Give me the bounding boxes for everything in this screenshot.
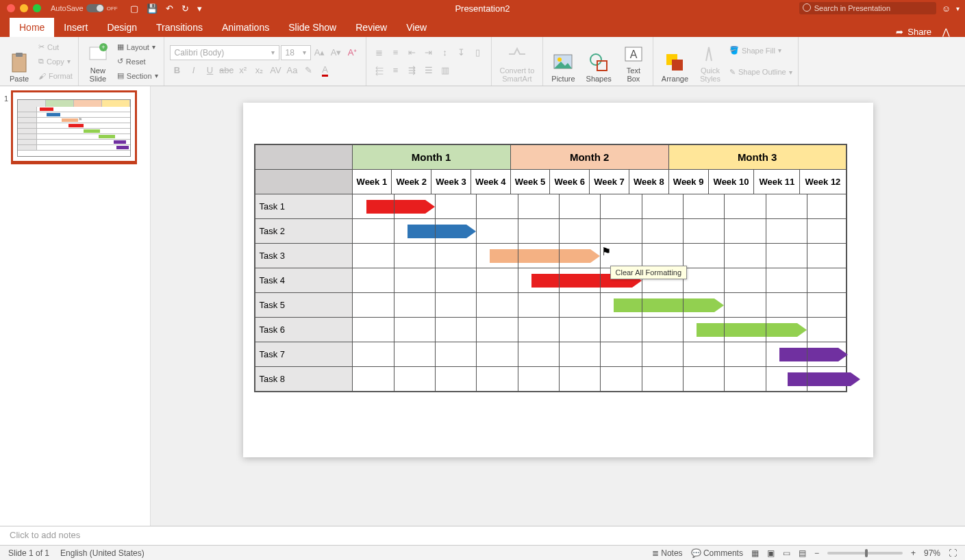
share-button[interactable]: ➦ Share ⋀ — [896, 27, 955, 37]
zoom-in-button[interactable]: + — [911, 548, 916, 558]
slide-canvas-area[interactable]: Month 1 Month 2 Month 3 Week 1 Week 2 We… — [151, 86, 965, 526]
underline-button[interactable]: U — [203, 63, 218, 78]
styles-icon — [699, 43, 721, 65]
picture-button[interactable]: Picture — [549, 40, 577, 83]
gantt-bar[interactable] — [697, 323, 807, 337]
textbox-button[interactable]: A Text Box — [620, 40, 647, 83]
layout-button[interactable]: ▦Layout▾ — [117, 42, 158, 52]
align-text-button[interactable]: ▯ — [471, 45, 486, 60]
zoom-out-button[interactable]: − — [814, 548, 819, 558]
reset-button[interactable]: ↺Reset — [117, 56, 158, 66]
shrink-font-button[interactable]: A▾ — [329, 45, 344, 60]
bullets-button[interactable]: ≣ — [372, 45, 387, 60]
week-header-row: Week 1 Week 2 Week 3 Week 4 Week 5 Week … — [255, 170, 846, 194]
gantt-bar[interactable] — [779, 348, 849, 361]
fit-to-window-icon[interactable]: ⛶ — [949, 548, 957, 558]
subscript-button[interactable]: x₂ — [252, 63, 267, 78]
normal-view-icon[interactable]: ▦ — [751, 548, 759, 558]
group-insert: Picture Shapes A Text Box — [543, 37, 653, 86]
svg-text:A: A — [630, 49, 638, 60]
gantt-row: Task 4 — [255, 268, 846, 293]
text-direction-button[interactable]: ↧ — [454, 45, 469, 60]
copy-button[interactable]: ⧉Copy▾ — [38, 56, 73, 66]
reading-view-icon[interactable]: ▭ — [783, 548, 790, 558]
italic-button[interactable]: I — [186, 63, 201, 78]
align-center-button[interactable]: ≡ — [388, 63, 403, 78]
shape-fill-button[interactable]: 🪣Shape Fill▾ — [729, 45, 792, 55]
mini-gantt-icon: ⚑ — [17, 99, 131, 157]
increase-indent-button[interactable]: ⇥ — [421, 45, 436, 60]
slide[interactable]: Month 1 Month 2 Month 3 Week 1 Week 2 We… — [243, 103, 873, 457]
notes-pane[interactable]: Click to add notes — [0, 526, 965, 545]
arrange-label: Arrange — [662, 75, 688, 83]
quick-styles-label: Quick Styles — [700, 66, 720, 83]
shape-outline-button[interactable]: ✎Shape Outline▾ — [729, 67, 792, 77]
tab-review[interactable]: Review — [346, 18, 397, 37]
sorter-view-icon[interactable]: ▣ — [767, 548, 775, 558]
comments-toggle[interactable]: 💬 Comments — [691, 548, 743, 558]
collapse-ribbon-icon[interactable]: ⋀ — [942, 27, 950, 37]
tab-transitions[interactable]: Transitions — [147, 18, 212, 37]
gantt-row: Task 7 — [255, 342, 846, 367]
tab-insert[interactable]: Insert — [54, 18, 97, 37]
arrange-button[interactable]: Arrange — [659, 40, 691, 83]
zoom-slider[interactable] — [827, 552, 903, 555]
task-name: Task 7 — [255, 342, 352, 367]
gantt-row: Task 8 — [255, 367, 846, 392]
section-button[interactable]: ▤Section▾ — [117, 71, 158, 81]
tab-home[interactable]: Home — [10, 18, 54, 37]
font-name-value: Calibri (Body) — [175, 48, 225, 58]
thumbnail-1[interactable]: 1 ⚑ — [4, 92, 146, 163]
ribbon: Paste ✂Cut ⧉Copy▾ 🖌Format + New Slide ▦L… — [0, 37, 965, 86]
quick-styles-button[interactable]: Quick Styles — [697, 40, 724, 83]
new-slide-label: New Slide — [90, 66, 106, 83]
milestone-flag-icon[interactable]: ⚑ — [601, 246, 611, 257]
slideshow-view-icon[interactable]: ▤ — [799, 548, 806, 558]
new-slide-button[interactable]: + New Slide — [84, 40, 112, 83]
textbox-label: Text Box — [627, 66, 640, 83]
strike-button[interactable]: abc — [219, 63, 234, 78]
tab-view[interactable]: View — [397, 18, 436, 37]
line-spacing-button[interactable]: ↕ — [438, 45, 453, 60]
scissors-icon: ✂ — [38, 42, 45, 51]
layout-label: Layout — [127, 43, 149, 51]
gantt-bar[interactable] — [788, 372, 861, 386]
numbering-button[interactable]: ≡ — [388, 45, 403, 60]
gantt-bar[interactable] — [366, 200, 436, 214]
columns-button[interactable]: ▥ — [438, 63, 453, 78]
bold-button[interactable]: B — [170, 63, 185, 78]
char-spacing-button[interactable]: AV — [268, 63, 284, 78]
convert-smartart-button[interactable]: Convert to SmartArt — [497, 40, 538, 83]
superscript-button[interactable]: x² — [236, 63, 251, 78]
font-size-select[interactable]: 18▾ — [281, 45, 311, 60]
tab-animations[interactable]: Animations — [212, 18, 279, 37]
highlight-button[interactable]: ✎ — [301, 63, 316, 78]
format-painter-button[interactable]: 🖌Format — [38, 71, 73, 81]
slide-thumbnails-panel[interactable]: 1 ⚑ — [0, 86, 151, 526]
align-left-button[interactable]: ⬱ — [372, 63, 387, 78]
cut-button[interactable]: ✂Cut — [38, 42, 73, 52]
zoom-level[interactable]: 97% — [924, 548, 940, 558]
section-label: Section — [127, 72, 152, 80]
justify-button[interactable]: ☰ — [421, 63, 436, 78]
clear-formatting-button[interactable]: Aᐩ — [345, 45, 360, 60]
grow-font-button[interactable]: A▴ — [312, 45, 327, 60]
shapes-button[interactable]: Shapes — [584, 40, 614, 83]
align-right-button[interactable]: ⇶ — [405, 63, 420, 78]
paste-button[interactable]: Paste — [5, 40, 33, 83]
font-name-select[interactable]: Calibri (Body)▾ — [170, 45, 279, 60]
font-color-button[interactable]: A — [318, 63, 333, 78]
tab-slideshow[interactable]: Slide Show — [279, 18, 346, 37]
gantt-chart[interactable]: Month 1 Month 2 Month 3 Week 1 Week 2 We… — [254, 144, 847, 392]
change-case-button[interactable]: Aa — [285, 63, 300, 78]
search-input[interactable] — [799, 2, 936, 14]
gantt-bar[interactable] — [490, 249, 600, 263]
language-indicator[interactable]: English (United States) — [60, 548, 145, 558]
notes-toggle[interactable]: ≣ Notes — [652, 548, 683, 558]
decrease-indent-button[interactable]: ⇤ — [405, 45, 420, 60]
week-2: Week 2 — [392, 170, 431, 194]
tab-design[interactable]: Design — [97, 18, 147, 37]
chevron-down-icon: ▾ — [271, 49, 275, 56]
gantt-bar[interactable] — [408, 225, 477, 238]
gantt-bar[interactable] — [614, 298, 724, 312]
